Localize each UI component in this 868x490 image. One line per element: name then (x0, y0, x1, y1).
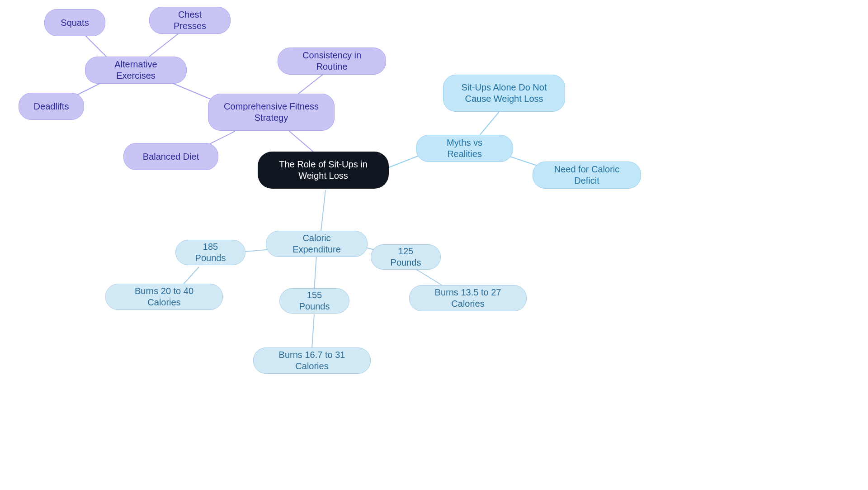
svg-line-10 (321, 190, 326, 231)
root-label: The Role of Sit-Ups in Weight Loss (269, 159, 377, 181)
label-125-burn: Burns 13.5 to 27 Calories (421, 287, 514, 309)
label-185-burn: Burns 20 to 40 Calories (118, 285, 211, 308)
node-alt-exercises[interactable]: Alternative Exercises (85, 57, 187, 84)
mindmap-canvas: The Role of Sit-Ups in Weight Loss Compr… (0, 0, 868, 490)
node-consistency[interactable]: Consistency in Routine (278, 48, 386, 75)
node-deficit[interactable]: Need for Caloric Deficit (533, 162, 641, 189)
node-chest[interactable]: Chest Presses (149, 7, 231, 34)
node-185[interactable]: 185 Pounds (175, 240, 245, 265)
node-deadlifts[interactable]: Deadlifts (19, 93, 84, 120)
node-diet[interactable]: Balanced Diet (123, 143, 218, 170)
node-myths[interactable]: Myths vs Realities (416, 135, 513, 162)
label-155: 155 Pounds (292, 290, 337, 312)
label-deadlifts: Deadlifts (34, 101, 69, 112)
node-155-burn[interactable]: Burns 16.7 to 31 Calories (253, 347, 371, 374)
svg-line-8 (479, 109, 502, 136)
label-185: 185 Pounds (188, 241, 233, 264)
label-chest: Chest Presses (161, 9, 218, 32)
label-125: 125 Pounds (383, 246, 429, 268)
svg-line-14 (312, 314, 314, 348)
node-strategy[interactable]: Comprehensive Fitness Strategy (208, 94, 335, 131)
label-deficit: Need for Caloric Deficit (545, 164, 629, 186)
label-strategy: Comprehensive Fitness Strategy (220, 101, 322, 124)
label-155-burn: Burns 16.7 to 31 Calories (265, 349, 359, 372)
node-125[interactable]: 125 Pounds (371, 244, 441, 270)
node-caloric[interactable]: Caloric Expenditure (266, 231, 368, 257)
label-diet: Balanced Diet (143, 151, 199, 162)
label-alt-exercises: Alternative Exercises (97, 59, 175, 81)
node-155[interactable]: 155 Pounds (279, 288, 349, 314)
svg-line-5 (149, 32, 181, 57)
label-squats: Squats (61, 17, 89, 29)
node-situps-alone[interactable]: Sit-Ups Alone Do Not Cause Weight Loss (443, 75, 565, 112)
label-situps-alone: Sit-Ups Alone Do Not Cause Weight Loss (455, 82, 553, 105)
node-squats[interactable]: Squats (44, 9, 105, 36)
root-node[interactable]: The Role of Sit-Ups in Weight Loss (258, 152, 389, 189)
svg-line-13 (314, 256, 316, 290)
node-125-burn[interactable]: Burns 13.5 to 27 Calories (409, 285, 527, 311)
label-myths: Myths vs Realities (428, 137, 501, 160)
node-185-burn[interactable]: Burns 20 to 40 Calories (105, 284, 223, 310)
label-caloric: Caloric Expenditure (278, 233, 355, 255)
label-consistency: Consistency in Routine (290, 50, 374, 72)
